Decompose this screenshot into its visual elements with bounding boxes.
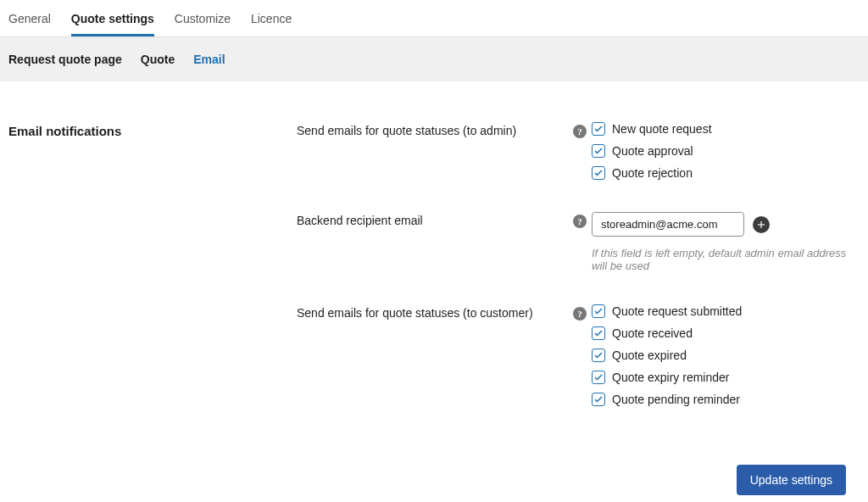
tab-customize[interactable]: Customize — [175, 12, 231, 36]
check-icon — [592, 326, 605, 340]
check-icon — [592, 122, 605, 136]
subnav-email[interactable]: Email — [193, 53, 225, 66]
check-icon — [592, 144, 605, 158]
checkbox-quote-pending-reminder[interactable]: Quote pending reminder — [592, 393, 860, 406]
checkbox-quote-approval[interactable]: Quote approval — [592, 144, 860, 158]
checkbox-label: Quote received — [612, 326, 693, 340]
customer-status-checkboxes: Quote request submitted Quote received Q… — [592, 304, 860, 406]
subnav-quote[interactable]: Quote — [141, 53, 175, 66]
tab-general[interactable]: General — [8, 12, 51, 36]
check-icon — [592, 393, 605, 406]
checkbox-quote-request-submitted[interactable]: Quote request submitted — [592, 304, 860, 318]
help-icon[interactable]: ? — [573, 125, 587, 138]
sub-nav: Request quote page Quote Email — [0, 37, 868, 81]
checkbox-label: Quote expiry reminder — [612, 371, 730, 384]
checkbox-quote-expired[interactable]: Quote expired — [592, 349, 860, 362]
checkbox-quote-expiry-reminder[interactable]: Quote expiry reminder — [592, 371, 860, 384]
check-icon — [592, 304, 605, 318]
check-icon — [592, 166, 605, 180]
checkbox-new-quote-request[interactable]: New quote request — [592, 122, 860, 136]
check-icon — [592, 371, 605, 384]
check-icon — [592, 349, 605, 362]
checkbox-label: Quote pending reminder — [612, 393, 740, 406]
backend-email-label: Backend recipient email — [297, 212, 568, 227]
customer-statuses-label: Send emails for quote statuses (to custo… — [297, 304, 568, 320]
help-icon[interactable]: ? — [573, 307, 587, 321]
checkbox-quote-rejection[interactable]: Quote rejection — [592, 166, 860, 180]
checkbox-label: Quote rejection — [612, 166, 693, 180]
help-icon[interactable]: ? — [573, 215, 587, 228]
top-tabs: General Quote settings Customize Licence — [0, 0, 868, 37]
backend-email-hint: If this field is left empty, default adm… — [592, 247, 860, 272]
tab-licence[interactable]: Licence — [251, 12, 292, 36]
admin-statuses-label: Send emails for quote statuses (to admin… — [297, 122, 568, 137]
checkbox-label: New quote request — [612, 122, 712, 136]
plus-icon — [755, 219, 767, 231]
update-settings-button[interactable]: Update settings — [737, 465, 846, 495]
checkbox-label: Quote request submitted — [612, 304, 742, 318]
add-recipient-button[interactable] — [753, 216, 770, 233]
tab-quote-settings[interactable]: Quote settings — [71, 12, 154, 36]
admin-status-checkboxes: New quote request Quote approval Quote r… — [592, 122, 860, 180]
checkbox-label: Quote approval — [612, 144, 693, 158]
checkbox-quote-received[interactable]: Quote received — [592, 326, 860, 340]
checkbox-label: Quote expired — [612, 349, 687, 362]
section-title: Email notifications — [8, 122, 297, 406]
backend-recipient-email-field[interactable] — [592, 212, 744, 237]
subnav-request-quote-page[interactable]: Request quote page — [8, 53, 122, 66]
